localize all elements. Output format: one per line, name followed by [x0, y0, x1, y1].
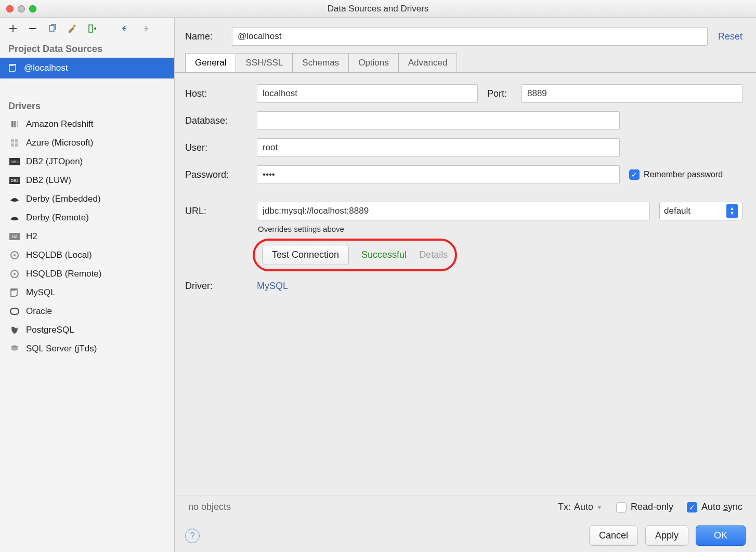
driver-item[interactable]: Derby (Remote) [0, 208, 174, 227]
driver-label: Oracle [26, 306, 52, 317]
driver-label: Azure (Microsoft) [26, 138, 93, 148]
driver-label: DB2 (JTOpen) [26, 156, 83, 167]
driver-label: H2 [26, 231, 37, 242]
svg-text:H2: H2 [12, 234, 18, 239]
port-input[interactable] [522, 84, 742, 103]
ok-button[interactable]: OK [696, 525, 746, 546]
svg-rect-6 [15, 139, 18, 142]
svg-rect-3 [14, 121, 16, 127]
driver-icon [9, 194, 20, 204]
driver-icon [9, 287, 20, 298]
remember-password-label: Remember password [644, 170, 723, 179]
select-arrows-icon: ▲▼ [726, 204, 738, 218]
window-title: Data Sources and Drivers [328, 4, 429, 14]
cancel-button[interactable]: Cancel [589, 525, 638, 546]
driver-label: Driver: [185, 281, 247, 292]
host-label: Host: [185, 88, 247, 99]
driver-item[interactable]: MySQL [0, 283, 174, 302]
details-link[interactable]: Details [419, 249, 448, 260]
data-source-item[interactable]: @localhost [0, 58, 174, 78]
driver-icon: DB2 [9, 175, 20, 186]
autosync-label: Auto sync [701, 502, 742, 512]
svg-point-18 [14, 273, 16, 275]
svg-point-1 [73, 25, 76, 28]
dialog-body: Project Data Sources @localhost Drivers … [0, 18, 756, 552]
url-hint: Overrides settings above [258, 225, 742, 233]
copy-icon[interactable] [47, 23, 58, 34]
dialog-footer: ? Cancel Apply OK [175, 519, 756, 552]
driver-label: PostgreSQL [26, 325, 74, 335]
driver-item[interactable]: DB2DB2 (LUW) [0, 171, 174, 190]
apply-button[interactable]: Apply [645, 525, 688, 546]
connection-status: Successful [361, 249, 407, 260]
port-label: Port: [487, 88, 512, 99]
svg-text:DB2: DB2 [10, 178, 19, 183]
driver-item[interactable]: SQL Server (jTds) [0, 339, 174, 358]
back-icon[interactable] [120, 23, 131, 34]
host-input[interactable] [257, 84, 478, 103]
chevron-down-icon: ▼ [596, 504, 603, 511]
driver-icon [9, 119, 20, 129]
readonly-checkbox[interactable] [616, 502, 627, 512]
driver-item[interactable]: H2H2 [0, 227, 174, 246]
driver-label: HSQLDB (Local) [26, 250, 92, 260]
add-icon[interactable] [7, 23, 19, 34]
tab-options[interactable]: Options [348, 53, 399, 73]
forward-icon[interactable] [139, 23, 151, 34]
object-count: no objects [188, 502, 231, 512]
password-label: Password: [185, 169, 247, 180]
database-icon [8, 63, 18, 73]
help-icon[interactable]: ? [185, 529, 200, 543]
remember-password-checkbox[interactable]: ✓ [629, 169, 640, 180]
driver-label: Amazon Redshift [26, 119, 93, 129]
svg-rect-0 [49, 25, 54, 31]
driver-item[interactable]: PostgreSQL [0, 321, 174, 339]
driver-item[interactable]: HSQLDB (Local) [0, 246, 174, 265]
driver-link[interactable]: MySQL [257, 281, 288, 292]
tab-sshssl[interactable]: SSH/SSL [236, 53, 293, 73]
svg-point-16 [14, 254, 16, 256]
options-bar: no objects Tx: Auto ▼ Read-only ✓ Auto s… [175, 495, 756, 519]
driver-icon: DB2 [9, 156, 20, 167]
driver-icon [9, 325, 20, 335]
tab-advanced[interactable]: Advanced [398, 53, 458, 73]
url-input[interactable] [257, 202, 650, 220]
import-icon[interactable] [86, 23, 98, 34]
password-input[interactable] [257, 165, 620, 184]
sidebar: Project Data Sources @localhost Drivers … [0, 18, 175, 552]
driver-item[interactable]: Azure (Microsoft) [0, 134, 174, 152]
zoom-icon[interactable] [29, 5, 36, 12]
driver-icon [9, 138, 20, 148]
close-icon[interactable] [6, 5, 14, 12]
url-mode-select[interactable]: default ▲▼ [659, 202, 742, 220]
driver-icon [9, 269, 20, 279]
project-data-sources-header: Project Data Sources [0, 37, 174, 58]
remove-icon[interactable] [27, 23, 38, 34]
name-label: Name: [185, 31, 221, 42]
minimize-icon[interactable] [18, 5, 25, 12]
driver-label: MySQL [26, 287, 56, 298]
driver-item[interactable]: DB2DB2 (JTOpen) [0, 152, 174, 171]
settings-icon[interactable] [67, 23, 78, 34]
separator[interactable] [8, 86, 166, 87]
sidebar-toolbar [0, 18, 174, 37]
driver-item[interactable]: HSQLDB (Remote) [0, 265, 174, 283]
tx-mode-dropdown[interactable]: Tx: Auto ▼ [558, 502, 603, 512]
driver-label: SQL Server (jTds) [26, 344, 97, 354]
autosync-checkbox[interactable]: ✓ [687, 502, 697, 512]
driver-item[interactable]: Oracle [0, 302, 174, 321]
reset-link[interactable]: Reset [718, 31, 742, 42]
driver-item[interactable]: Amazon Redshift [0, 115, 174, 134]
main-panel: Name: Reset GeneralSSH/SSLSchemasOptions… [175, 18, 756, 552]
window-controls [6, 5, 36, 12]
driver-item[interactable]: Derby (Embedded) [0, 190, 174, 208]
driver-label: Derby (Remote) [26, 213, 89, 223]
svg-rect-7 [11, 143, 14, 147]
svg-rect-4 [17, 121, 18, 127]
database-input[interactable] [257, 111, 620, 130]
user-input[interactable] [257, 138, 620, 157]
tab-general[interactable]: General [185, 53, 236, 73]
tab-schemas[interactable]: Schemas [292, 53, 349, 73]
test-connection-button[interactable]: Test Connection [262, 245, 349, 265]
name-input[interactable] [232, 27, 708, 46]
